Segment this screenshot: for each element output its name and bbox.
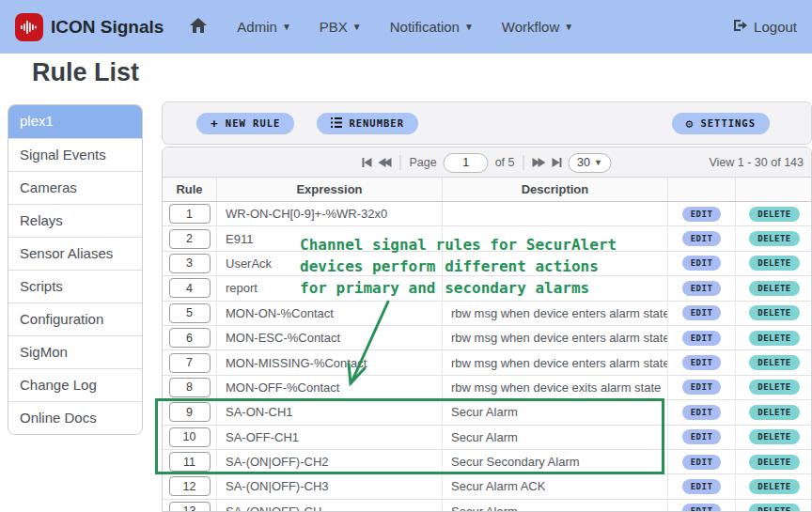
rule-cell: 4 <box>163 276 217 300</box>
edit-cell: EDIT <box>668 276 736 300</box>
rule-number-button[interactable]: 8 <box>169 378 211 397</box>
page-label: Page <box>409 156 436 169</box>
app-window: ICON Signals Admin▼PBX▼Notification▼Work… <box>0 0 812 512</box>
delete-button[interactable]: DELETE <box>749 305 800 320</box>
rule-number-button[interactable]: 3 <box>169 254 211 273</box>
last-page-button[interactable] <box>553 155 562 170</box>
nav-menu-workflow[interactable]: Workflow▼ <box>502 19 573 35</box>
page-size-select[interactable]: 30 ▼ <box>569 153 612 173</box>
table-row: 7MON-MISSING-%Contactrbw msg when device… <box>163 350 811 375</box>
sidebar-item-configuration[interactable]: Configuration <box>8 303 142 335</box>
rule-cell: 1 <box>163 202 217 225</box>
edit-button[interactable]: EDIT <box>682 231 722 246</box>
delete-button[interactable]: DELETE <box>749 479 800 494</box>
table-row: 8MON-OFF-%Contactrbw msg when device exi… <box>163 376 811 400</box>
delete-button[interactable]: DELETE <box>749 455 800 470</box>
sidebar-item-scripts[interactable]: Scripts <box>8 270 142 303</box>
rule-number-button[interactable]: 10 <box>169 427 211 447</box>
nav-menu-notification[interactable]: Notification▼ <box>390 19 474 35</box>
edit-button[interactable]: EDIT <box>682 355 722 370</box>
edit-button[interactable]: EDIT <box>682 207 722 222</box>
rule-cell: 11 <box>163 450 217 473</box>
edit-button[interactable]: EDIT <box>682 479 722 494</box>
table-row: 12SA-(ON|OFF)-CH3Secur Alarm ACKEDITDELE… <box>163 474 811 499</box>
nav-menu-admin[interactable]: Admin▼ <box>237 19 290 35</box>
nav-menus: Admin▼PBX▼Notification▼Workflow▼ <box>237 19 573 35</box>
pager-controls: Page of 5 30 ▼ <box>362 147 611 178</box>
rule-number-button[interactable]: 4 <box>169 278 211 298</box>
delete-button[interactable]: DELETE <box>749 331 800 346</box>
edit-button[interactable]: EDIT <box>682 504 722 512</box>
delete-button[interactable]: DELETE <box>749 504 800 512</box>
sidebar-item-change-log[interactable]: Change Log <box>8 368 142 401</box>
home-button[interactable] <box>190 18 207 37</box>
delete-button[interactable]: DELETE <box>749 256 800 271</box>
rule-number-button[interactable]: 7 <box>169 353 211 373</box>
description-cell: rbw msg when device exits alarm state <box>443 376 668 399</box>
settings-button[interactable]: ⚙ SETTINGS <box>672 113 770 134</box>
sidebar: plex1Signal EventsCamerasRelaysSensor Al… <box>8 104 143 435</box>
sidebar-item-signal-events[interactable]: Signal Events <box>8 138 142 171</box>
table-row: 9SA-ON-CH1Secur AlarmEDITDELETE <box>163 400 811 425</box>
sidebar-item-online-docs[interactable]: Online Docs <box>8 401 142 434</box>
delete-cell: DELETE <box>736 226 812 250</box>
delete-cell: DELETE <box>736 400 812 424</box>
delete-button[interactable]: DELETE <box>749 380 800 395</box>
rule-number-button[interactable]: 5 <box>169 303 211 323</box>
settings-label: SETTINGS <box>700 117 756 129</box>
delete-button[interactable]: DELETE <box>749 405 800 420</box>
logout-label: Logout <box>754 19 797 35</box>
edit-button[interactable]: EDIT <box>682 281 722 296</box>
sidebar-item-relays[interactable]: Relays <box>8 204 142 237</box>
edit-button[interactable]: EDIT <box>682 429 722 444</box>
page-number-input[interactable] <box>444 153 489 173</box>
expression-cell: SA-(ON|OFF)-CH2 <box>217 450 443 473</box>
delete-button[interactable]: DELETE <box>749 355 800 370</box>
expression-cell: MON-ON-%Contact <box>217 302 443 325</box>
edit-button[interactable]: EDIT <box>682 405 722 420</box>
edit-button[interactable]: EDIT <box>682 380 722 395</box>
edit-button[interactable]: EDIT <box>682 256 722 271</box>
edit-button[interactable]: EDIT <box>682 305 722 320</box>
sidebar-item-sensor-aliases[interactable]: Sensor Aliases <box>8 237 142 270</box>
brand-link[interactable]: ICON Signals <box>15 13 164 41</box>
prev-page-button[interactable] <box>378 155 391 170</box>
rule-number-button[interactable]: 11 <box>169 452 211 472</box>
nav-menu-pbx[interactable]: PBX▼ <box>320 19 362 35</box>
delete-button[interactable]: DELETE <box>749 429 800 444</box>
rule-number-button[interactable]: 1 <box>169 204 211 224</box>
edit-cell: EDIT <box>668 400 736 424</box>
edit-button[interactable]: EDIT <box>682 331 722 346</box>
renumber-button[interactable]: RENUMBER <box>317 113 418 134</box>
rule-number-button[interactable]: 12 <box>169 476 211 496</box>
expression-cell: SA-(ON|OFF)-CH3 <box>217 474 443 498</box>
edit-cell: EDIT <box>668 426 736 449</box>
rule-number-button[interactable]: 9 <box>169 402 211 422</box>
gear-icon: ⚙ <box>686 117 695 130</box>
description-cell: Secur Alarm <box>443 400 668 424</box>
delete-cell: DELETE <box>736 350 812 374</box>
column-header-delete <box>736 178 812 201</box>
chevron-down-icon: ▼ <box>352 22 362 32</box>
delete-cell: DELETE <box>736 426 812 449</box>
description-cell: rbw msg when device enters alarm state <box>443 350 668 374</box>
delete-button[interactable]: DELETE <box>749 281 800 296</box>
rule-cell: 7 <box>163 350 217 374</box>
delete-button[interactable]: DELETE <box>749 231 800 246</box>
column-header-description: Description <box>443 178 668 201</box>
sidebar-item-sigmon[interactable]: SigMon <box>8 335 142 368</box>
sidebar-item-cameras[interactable]: Cameras <box>8 171 142 204</box>
rule-number-button[interactable]: 6 <box>169 328 211 348</box>
first-page-button[interactable] <box>362 155 371 170</box>
table-row: 11SA-(ON|OFF)-CH2Secur Secondary AlarmED… <box>163 450 811 474</box>
rule-number-button[interactable]: 13 <box>169 502 211 512</box>
logout-button[interactable]: Logout <box>733 19 797 35</box>
rule-number-button[interactable]: 2 <box>169 229 211 249</box>
new-rule-button[interactable]: + NEW RULE <box>196 113 294 134</box>
delete-button[interactable]: DELETE <box>749 207 800 222</box>
brand-title: ICON Signals <box>51 17 164 38</box>
chevron-down-icon: ▼ <box>464 22 474 32</box>
next-page-button[interactable] <box>533 155 546 170</box>
edit-button[interactable]: EDIT <box>682 455 722 470</box>
sidebar-item-plex1[interactable]: plex1 <box>8 105 142 138</box>
